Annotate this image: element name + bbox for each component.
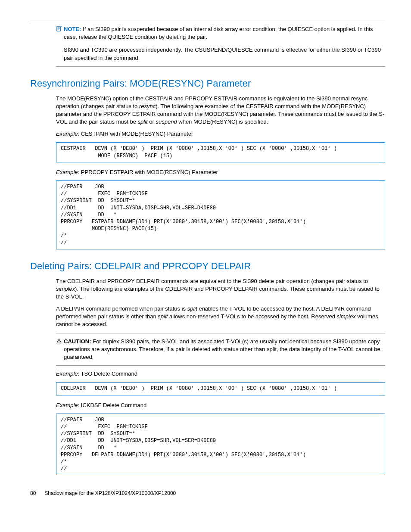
note-icon bbox=[56, 26, 64, 34]
note-block: NOTE: If an SI390 pair is suspended beca… bbox=[56, 25, 385, 62]
paragraph: The CDELPAIR and PPRCOPY DELPAIR command… bbox=[56, 277, 385, 301]
svg-rect-0 bbox=[57, 27, 61, 31]
code-block: CESTPAIR DEVN (X 'DE80' ) PRIM (X '0080'… bbox=[56, 142, 385, 162]
note-text-b: SI390 and TC390 are processed independen… bbox=[64, 46, 385, 62]
divider bbox=[56, 333, 385, 333]
page-footer: 80 ShadowImage for the XP128/XP1024/XP10… bbox=[30, 490, 385, 497]
divider bbox=[30, 21, 385, 21]
caution-text: For duplex SI390 pairs, the S-VOL and it… bbox=[64, 338, 380, 360]
heading-delpair: Deleting Pairs: CDELPAIR and PPRCOPY DEL… bbox=[30, 260, 385, 273]
heading-resync: Resynchronizing Pairs: MODE(RESYNC) Para… bbox=[30, 77, 385, 90]
divider bbox=[56, 66, 385, 67]
page-number: 80 bbox=[30, 490, 43, 497]
paragraph: A DELPAIR command performed when pair st… bbox=[56, 305, 385, 329]
footer-title: ShadowImage for the XP128/XP1024/XP10000… bbox=[44, 490, 176, 496]
paragraph: The MODE(RESYNC) option of the CESTPAIR … bbox=[56, 95, 385, 126]
svg-point-5 bbox=[59, 342, 59, 342]
example-caption: Example: CESTPAIR with MODE(RESYNC) Para… bbox=[56, 130, 385, 138]
caution-icon bbox=[56, 338, 64, 346]
note-text-a: If an SI390 pair is suspended because of… bbox=[64, 26, 373, 40]
example-caption: Example: ICKDSF Delete Command bbox=[56, 401, 385, 409]
code-block: CDELPAIR DEVN (X 'DE80' ) PRIM (X '0080'… bbox=[56, 382, 385, 395]
note-label: NOTE: bbox=[64, 26, 81, 32]
divider bbox=[56, 365, 385, 366]
code-block: //EPAIR JOB // EXEC PGM=ICKDSF //SYSPRIN… bbox=[56, 180, 385, 249]
caution-label: CAUTION: bbox=[64, 338, 91, 345]
caution-block: CAUTION: For duplex SI390 pairs, the S-V… bbox=[56, 338, 385, 361]
example-caption: Example: PPRCOPY ESTPAIR with MODE(RESYN… bbox=[56, 168, 385, 176]
example-caption: Example: TSO Delete Command bbox=[56, 370, 385, 378]
code-block: //EPAIR JOB // EXEC PGM=ICKDSF //SYSPRIN… bbox=[56, 414, 385, 476]
